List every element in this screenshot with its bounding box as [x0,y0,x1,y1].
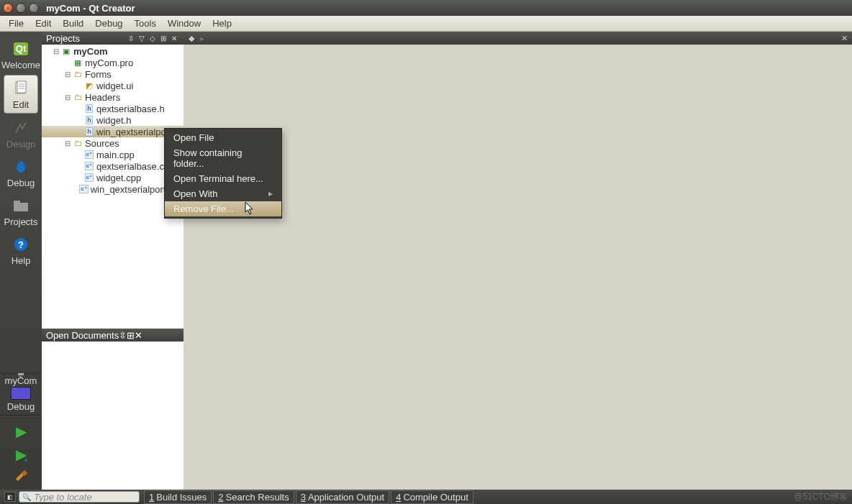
projects-panel-title: Projects [46,33,125,44]
target-config-label: Debug [0,401,42,412]
tree-item-label: widget.cpp [96,173,141,183]
menu-tools[interactable]: Tools [129,17,162,30]
projects-panel-header: Projects ⇳ ▽ ◇ ⊞ ✕ [42,32,183,45]
mode-sidebar: Qt Welcome Edit Design Debug Projects ? … [0,32,42,490]
context-menu-item[interactable]: Open Terminal here... [165,171,281,186]
mode-help[interactable]: ? Help [4,232,38,269]
bug-icon [13,157,29,176]
tree-row[interactable]: ⊟🗀Sources [42,137,183,149]
menubar: File Edit Build Debug Tools Window Help [0,16,852,32]
side-panels: Projects ⇳ ▽ ◇ ⊞ ✕ ⊟▣myCom▦myCom.pro⊟🗀Fo… [42,32,183,490]
svg-text:Qt: Qt [16,43,27,54]
tree-item-label: widget.h [96,115,131,126]
tree-row[interactable]: ⊟🗀Headers [42,91,183,103]
mode-welcome[interactable]: Qt Welcome [4,36,38,73]
dropdown-icon[interactable]: ⇳ [126,35,136,42]
search-icon: 🔍 [22,493,31,501]
folder-icon [12,196,30,215]
tree-row[interactable]: c⁺win_qextserialport.cpp [42,183,183,195]
svg-text:?: ? [18,239,24,250]
output-pane-button[interactable]: 4Compile Output [391,490,473,504]
tree-row[interactable]: ▦myCom.pro [42,57,183,68]
tree-row[interactable]: c⁺qextserialbase.cpp [42,160,183,172]
tree-row[interactable]: hwidget.h [42,114,183,126]
window-title: myCom - Qt Creator [46,3,135,14]
dropdown-icon[interactable]: ⇳ [119,330,127,341]
tree-row[interactable]: c⁺widget.cpp [42,172,183,183]
sync-icon[interactable]: ◇ [148,35,158,42]
open-docs-list[interactable] [42,342,183,490]
tree-item-label: main.cpp [96,150,135,160]
tree-item-label: Forms [85,69,112,80]
tree-row[interactable]: hqextserialbase.h [42,103,183,114]
help-icon: ? [14,235,28,254]
context-menu: Open FileShow containing folder...Open T… [164,128,282,219]
tree-item-label: qextserialbase.h [96,104,165,114]
svg-rect-10 [14,201,20,203]
run-target-selector[interactable]: myCom Debug [0,373,42,416]
nav-back-icon[interactable]: ◆ [189,34,194,43]
twisty-icon[interactable]: ⊟ [63,70,72,78]
tree-item-label: qextserialbase.cpp [96,161,174,172]
close-panel-icon[interactable]: ✕ [135,330,142,341]
context-menu-item[interactable]: Show containing folder... [165,145,281,171]
watermark: @51CTO博客 [794,491,848,503]
tree-item-label: myCom.pro [85,58,133,68]
status-bar: ◧ 🔍 Type to locate 1Build Issues2Search … [0,490,852,504]
mode-design[interactable]: Design [4,115,38,152]
split-icon[interactable]: ⊞ [127,330,135,341]
editor-toolbar: ◆ ▸ ✕ [183,32,852,45]
split-icon[interactable]: ⊞ [158,35,168,42]
open-docs-panel-header: Open Documents ⇳ ⊞ ✕ [42,329,183,342]
menu-help[interactable]: Help [207,17,237,30]
context-menu-item[interactable]: Remove File... [165,201,281,216]
tree-item-label: Sources [85,138,119,149]
menu-window[interactable]: Window [162,17,207,30]
context-menu-item[interactable]: Open With▶ [165,186,281,201]
output-pane-button[interactable]: 1Build Issues [144,490,212,504]
tree-row[interactable]: ⊟▣myCom [42,45,183,57]
tree-row[interactable]: c⁺main.cpp [42,149,183,160]
svg-point-8 [19,161,23,165]
toggle-sidebar-button[interactable]: ◧ [4,492,16,502]
design-icon [13,119,29,137]
close-panel-icon[interactable]: ✕ [169,35,179,42]
tree-row[interactable]: ◩widget.ui [42,80,183,91]
tree-row[interactable]: ⊟🗀Forms [42,68,183,80]
tree-item-label: Headers [85,92,120,103]
window-close-button[interactable]: × [3,3,13,13]
mode-debug[interactable]: Debug [4,154,38,191]
menu-edit[interactable]: Edit [30,17,57,30]
nav-forward-icon[interactable]: ▸ [200,34,204,43]
twisty-icon[interactable]: ⊟ [63,139,72,147]
mode-edit[interactable]: Edit [4,75,38,114]
menu-file[interactable]: File [3,17,30,30]
build-button[interactable] [14,469,28,487]
window-maximize-button[interactable] [29,3,39,13]
debug-run-button[interactable]: ▶ [16,446,27,463]
qt-logo-icon: Qt [13,40,29,58]
project-tree[interactable]: ⊟▣myCom▦myCom.pro⊟🗀Forms◩widget.ui⊟🗀Head… [42,45,183,329]
svg-rect-3 [17,81,26,93]
tree-item-label: myCom [73,46,108,57]
window-minimize-button[interactable] [16,3,26,13]
window-titlebar: × myCom - Qt Creator [0,0,852,16]
twisty-icon[interactable]: ⊟ [52,47,60,55]
filter-icon[interactable]: ▽ [137,35,147,42]
menu-debug[interactable]: Debug [89,17,128,30]
open-docs-title: Open Documents [46,330,119,341]
locator-input[interactable]: 🔍 Type to locate [19,491,140,503]
editor-area: ◆ ▸ ✕ [183,32,852,490]
svg-rect-9 [14,203,28,211]
monitor-icon [11,387,31,400]
output-pane-button[interactable]: 2Search Results [213,490,294,504]
twisty-icon[interactable]: ⊟ [63,93,72,101]
tree-row[interactable]: hwin_qextserialport.h [42,126,183,137]
mode-projects[interactable]: Projects [4,193,38,230]
context-menu-item[interactable]: Open File [165,130,281,145]
output-pane-button[interactable]: 3Application Output [296,490,389,504]
editor-close-icon[interactable]: ✕ [841,34,848,43]
menu-build[interactable]: Build [57,17,89,30]
run-button[interactable]: ▶ [16,423,27,440]
locator-placeholder: Type to locate [34,492,92,503]
